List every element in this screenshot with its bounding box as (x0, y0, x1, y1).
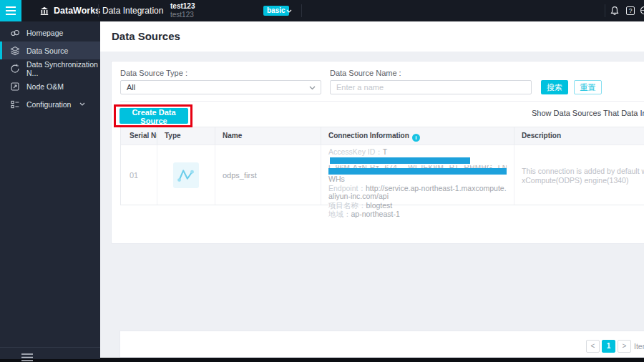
sidebar-item-homepage[interactable]: Homepage (0, 24, 100, 41)
table-row: 01 odps_first AccessKey ID：T L-96M-AzN-R… (121, 145, 644, 205)
column-name: Name (215, 127, 321, 145)
sidebar-item-label: Homepage (26, 29, 63, 37)
homepage-icon (10, 28, 20, 38)
help-icon[interactable]: ? (626, 6, 635, 15)
description-line-2: xCompute(ODPS) engine(1340) (522, 176, 644, 185)
type-filter-label: Data Source Type : (120, 69, 187, 77)
data-source-name-input[interactable] (330, 80, 532, 94)
chevron-down-icon (79, 102, 85, 106)
redaction-bar (328, 168, 507, 175)
accesskey-visible-char: T (383, 147, 387, 156)
column-description: Description (514, 127, 644, 145)
data-sources-table: Serial Num... Type Name Connection Infor… (120, 127, 644, 205)
sidebar-item-node-om[interactable]: Node O&M (0, 77, 100, 95)
pagination-card: < 1 > Item (119, 331, 644, 358)
chevron-down-icon (309, 86, 316, 90)
accesskey-label: AccessKey ID： (328, 147, 383, 156)
product-name: DataWorks (54, 6, 100, 16)
cell-connection: AccessKey ID：T L-96M-AzN-Rz--674----WLJE… (321, 145, 514, 205)
data-sync-icon (10, 64, 20, 74)
collapse-menu-icon[interactable] (21, 353, 33, 361)
project-line: 项目名称：blogtest (328, 202, 507, 210)
notification-bell-icon[interactable] (610, 6, 620, 16)
workspace-id: test123 (170, 11, 195, 19)
page-header: Data Sources (100, 21, 644, 52)
cell-name: odps_first (215, 145, 321, 205)
module-title[interactable]: Data Integration (102, 0, 163, 21)
table-header-row: Serial Num... Type Name Connection Infor… (121, 127, 644, 145)
info-icon[interactable]: i (412, 134, 420, 142)
sidebar-item-label: Data Synchronization N... (26, 60, 100, 77)
sidebar-item-data-synchronization[interactable]: Data Synchronization N... (0, 59, 100, 77)
dataworks-logo-icon (39, 6, 49, 16)
divider (120, 101, 644, 102)
data-source-type-select[interactable]: All (120, 80, 321, 94)
globe-icon[interactable] (640, 6, 644, 15)
sidebar-footer (0, 347, 100, 359)
dataworks-logo[interactable]: DataWorks (39, 0, 100, 21)
topbar-divider (605, 4, 605, 17)
chevron-down-icon[interactable] (286, 9, 292, 13)
workspace-name: test123 (170, 2, 195, 11)
menu-toggle-button[interactable] (0, 0, 21, 21)
node-om-icon (10, 82, 20, 92)
env-badge[interactable]: basic (263, 6, 289, 16)
accesskey-obscured-line: L-96M-AzN-Rz--674----WLJEK8M--RT--RHMHG-… (328, 165, 507, 175)
data-sources-card: Data Source Type : All Data Source Name … (111, 61, 644, 244)
selected-type: All (127, 83, 135, 92)
region-label: 地域： (328, 210, 351, 218)
topbar-divider (301, 4, 302, 17)
project-label: 项目名称： (328, 201, 366, 210)
cell-type (157, 145, 215, 205)
data-source-icon (10, 46, 20, 56)
configuration-icon (10, 99, 20, 109)
column-connection-label: Connection Information (328, 132, 409, 140)
name-filter-label: Data Source Name : (330, 69, 401, 77)
sidebar-item-configuration[interactable]: Configuration (0, 95, 100, 113)
pagination-prev-button[interactable]: < (586, 340, 600, 353)
pagination-page-1[interactable]: 1 (602, 340, 615, 353)
pagination-next-button[interactable]: > (618, 340, 631, 353)
left-sidebar: Homepage Data Source Data Synchronizatio… (0, 21, 100, 359)
accesskey-tail: WHs (328, 175, 507, 184)
cell-serial: 01 (121, 145, 157, 205)
top-navigation-bar: DataWorks Data Integration test123 test1… (0, 0, 644, 21)
description-line-1: This connection is added by default when… (522, 167, 644, 176)
sidebar-item-label: Configuration (26, 100, 71, 109)
sidebar-item-label: Data Source (26, 47, 68, 55)
search-button[interactable]: 搜索 (541, 80, 568, 94)
maxcompute-type-icon[interactable] (173, 162, 199, 188)
endpoint-line: Endpoint：http://service.ap-northeast-1.m… (328, 185, 507, 201)
column-type: Type (157, 127, 215, 145)
column-serial: Serial Num... (121, 127, 157, 145)
workspace-switcher[interactable]: test123 test123 (170, 2, 195, 19)
region-value: ap-northeast-1 (351, 210, 400, 218)
redaction-bar (330, 157, 470, 164)
region-line: 地域：ap-northeast-1 (328, 210, 507, 219)
column-connection: Connection Informationi (321, 127, 514, 145)
items-per-page-label[interactable]: Item (634, 342, 644, 351)
show-data-sources-note: Show Data Sources That Data Integration … (532, 109, 644, 117)
page-title: Data Sources (100, 21, 644, 52)
create-data-source-button[interactable]: Create Data Source (119, 108, 188, 124)
topbar-divider (98, 4, 99, 17)
zigzag-nodes-icon (174, 163, 198, 187)
reset-button[interactable]: 重置 (574, 80, 602, 94)
project-value: blogtest (366, 201, 393, 210)
accesskey-line: AccessKey ID：T (328, 148, 507, 165)
cell-description: This connection is added by default when… (514, 145, 644, 205)
sidebar-item-data-source[interactable]: Data Source (0, 41, 100, 59)
endpoint-label: Endpoint： (328, 184, 366, 192)
sidebar-item-label: Node O&M (26, 82, 64, 91)
